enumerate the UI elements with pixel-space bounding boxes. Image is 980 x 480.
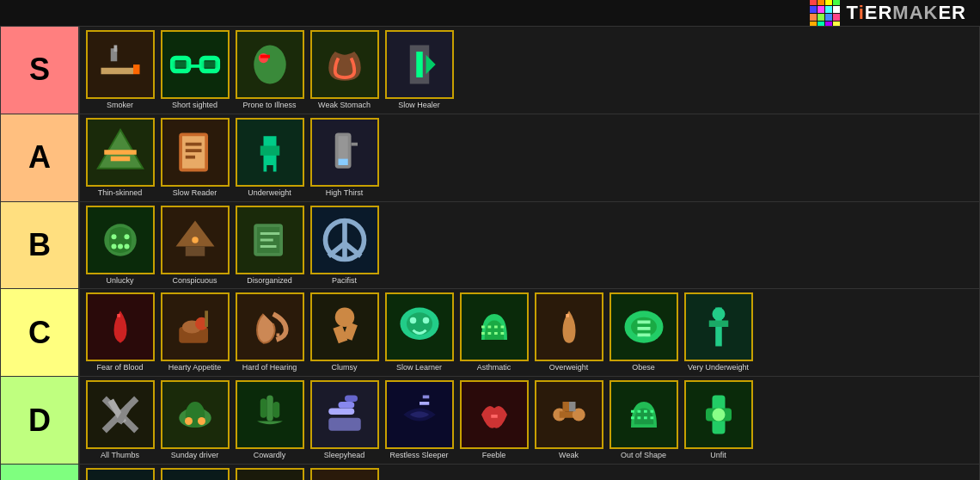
item-icon (684, 292, 753, 361)
tier-item[interactable]: Cowardly (233, 380, 306, 460)
tier-item[interactable]: Deaf (308, 468, 381, 480)
tier-item[interactable]: Sleepyhead (308, 380, 381, 460)
item-icon (161, 206, 230, 274)
tier-item[interactable]: Feeble (457, 380, 530, 460)
tier-item[interactable]: Unfit (682, 380, 755, 460)
tier-item[interactable]: Slow Healer (383, 30, 456, 110)
tier-item[interactable]: Clumsy (308, 292, 381, 372)
item-label: Unlucky (106, 276, 133, 286)
tier-item[interactable]: Agoraphobic (158, 468, 231, 480)
item-label: Short sighted (172, 101, 217, 110)
svg-rect-25 (263, 165, 266, 172)
svg-point-59 (407, 313, 432, 335)
svg-marker-14 (426, 55, 435, 75)
tier-row-S: S Smoker Short sighted Prone to Illness … (1, 27, 979, 114)
tier-items-S: Smoker Short sighted Prone to Illness We… (78, 27, 979, 114)
logo-pixel (833, 0, 840, 5)
tier-label-A: A (1, 114, 78, 201)
tier-item[interactable]: ȺƃȻ Illiterate (233, 468, 306, 480)
item-label: Conspicuous (172, 276, 217, 286)
tier-item[interactable]: Restless Sleeper (383, 380, 456, 460)
item-icon (385, 380, 454, 449)
svg-rect-83 (273, 402, 279, 418)
tier-item[interactable]: Slow Reader (158, 118, 231, 198)
svg-rect-94 (562, 402, 569, 411)
logo-pixel (833, 14, 840, 21)
logo-grid (810, 0, 840, 28)
item-icon (86, 380, 155, 449)
logo-pixel (818, 6, 824, 13)
item-icon (236, 30, 304, 99)
tier-item[interactable]: Unlucky (83, 206, 156, 286)
tier-item[interactable]: Short sighted (158, 30, 231, 110)
item-label: Obese (632, 363, 655, 372)
svg-rect-86 (345, 396, 358, 403)
tier-items-A: Thin-skinned Slow Reader Underweight Hig… (78, 114, 979, 201)
tier-label-C: C (1, 289, 78, 376)
item-icon (385, 292, 454, 361)
svg-point-9 (254, 46, 286, 84)
logo-pixel (810, 6, 817, 13)
svg-rect-6 (188, 65, 201, 68)
tier-item[interactable]: Disorganized (233, 206, 306, 286)
tier-item[interactable]: Hard of Hearing (233, 292, 306, 372)
item-icon (310, 292, 379, 361)
svg-rect-64 (566, 314, 569, 317)
item-icon (460, 292, 529, 361)
item-label: Pacifist (332, 276, 357, 286)
svg-rect-1 (133, 65, 140, 74)
svg-rect-21 (185, 149, 201, 152)
svg-rect-24 (260, 145, 279, 155)
item-icon (310, 468, 379, 480)
tier-items-C: Fear of Blood Hearty Appetite Hard of He… (78, 289, 979, 376)
tier-item[interactable]: Weak Stomach (308, 30, 381, 110)
item-label: Slow Healer (398, 101, 440, 110)
tier-item[interactable]: Out of Shape (607, 380, 680, 460)
tier-item[interactable]: All Thumbs (83, 380, 156, 460)
item-label: Weak Stomach (318, 101, 371, 110)
tier-item[interactable]: Asthmatic (457, 292, 530, 372)
svg-rect-38 (185, 246, 205, 255)
tiermaker-logo: TiERMAKER (810, 0, 966, 28)
svg-rect-71 (708, 321, 728, 328)
svg-point-72 (712, 308, 725, 321)
tier-items-F: Claustrophobic Agoraphobic ȺƃȻ Illiterat… (78, 465, 979, 480)
item-label: Smoker (107, 101, 133, 110)
tier-item[interactable]: Conspicuous (158, 206, 231, 286)
svg-point-60 (409, 317, 416, 324)
logo-text: TiERMAKER (847, 2, 966, 24)
tier-item[interactable]: Fear of Blood (83, 292, 156, 372)
logo-pixel (825, 0, 832, 5)
svg-rect-7 (172, 61, 188, 68)
logo-pixel (818, 0, 824, 5)
tier-item[interactable]: Prone to Illness (233, 30, 306, 110)
item-icon (460, 380, 529, 449)
logo-pixel (810, 0, 817, 5)
tier-label-B: B (1, 202, 78, 289)
item-label: Slow Reader (173, 188, 217, 198)
item-label: Weak (559, 451, 579, 460)
item-icon (236, 206, 304, 274)
tier-row-F: F Claustrophobic Agoraphobic ȺƃȻ Illiter… (1, 465, 979, 480)
tier-item[interactable]: Sunday driver (158, 380, 231, 460)
tier-item[interactable]: High Thirst (308, 118, 381, 198)
item-icon (161, 118, 230, 187)
svg-point-100 (712, 409, 725, 422)
tier-item[interactable]: Weak (532, 380, 605, 460)
tier-item[interactable]: Hearty Appetite (158, 292, 231, 372)
svg-rect-69 (637, 334, 650, 337)
svg-rect-90 (491, 415, 498, 418)
tier-item[interactable]: Obese (607, 292, 680, 372)
svg-rect-22 (185, 156, 194, 159)
tier-item[interactable]: Underweight (233, 118, 306, 198)
tier-item[interactable]: Smoker (83, 30, 156, 110)
tier-item[interactable]: Thin-skinned (83, 118, 156, 198)
tier-item[interactable]: Claustrophobic (83, 468, 156, 480)
tier-item[interactable]: Slow Learner (383, 292, 456, 372)
tier-item[interactable]: Pacifist (308, 206, 381, 286)
tier-item[interactable]: Overweight (532, 292, 605, 372)
tier-item[interactable]: Very Underweight (682, 292, 755, 372)
item-label: Restless Sleeper (389, 451, 448, 460)
item-label: Out of Shape (621, 451, 666, 460)
svg-marker-15 (97, 130, 143, 169)
